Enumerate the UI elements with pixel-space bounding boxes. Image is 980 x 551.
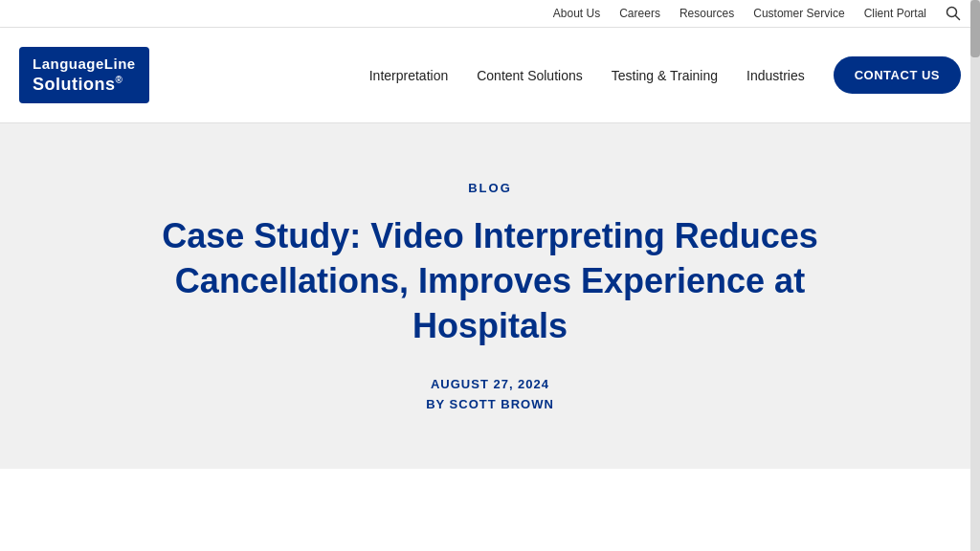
resources-link[interactable]: Resources	[679, 7, 734, 20]
nav-testing-training-link[interactable]: Testing & Training	[612, 68, 718, 83]
nav-item-contact[interactable]: CONTACT US	[834, 56, 961, 94]
search-icon	[946, 6, 961, 21]
nav-content-solutions-link[interactable]: Content Solutions	[477, 68, 583, 83]
utility-bar: About Us Careers Resources Customer Serv…	[0, 0, 980, 28]
logo: LanguageLine Solutions®	[19, 47, 149, 103]
careers-link[interactable]: Careers	[619, 7, 660, 20]
svg-line-1	[956, 16, 960, 20]
logo-container[interactable]: LanguageLine Solutions®	[19, 47, 149, 103]
blog-label: BLOG	[38, 181, 942, 195]
hero-section: BLOG Case Study: Video Interpreting Redu…	[0, 123, 980, 469]
hero-title: Case Study: Video Interpreting Reduces C…	[155, 214, 825, 348]
hero-date: AUGUST 27, 2024	[38, 377, 942, 391]
main-navigation: LanguageLine Solutions® Interpretation C…	[0, 28, 980, 123]
search-button[interactable]	[946, 6, 961, 21]
client-portal-link[interactable]: Client Portal	[864, 7, 926, 20]
nav-industries-link[interactable]: Industries	[746, 68, 805, 83]
hero-author: BY SCOTT BROWN	[38, 397, 942, 411]
logo-line1: LanguageLine	[33, 55, 136, 74]
scrollbar[interactable]	[970, 0, 980, 551]
about-us-link[interactable]: About Us	[553, 7, 600, 20]
nav-item-industries[interactable]: Industries	[746, 67, 805, 84]
nav-item-content-solutions[interactable]: Content Solutions	[477, 67, 583, 84]
nav-interpretation-link[interactable]: Interpretation	[369, 68, 449, 83]
scrollbar-thumb[interactable]	[970, 0, 980, 57]
content-area	[0, 469, 980, 551]
customer-service-link[interactable]: Customer Service	[753, 7, 844, 20]
contact-us-button[interactable]: CONTACT US	[834, 56, 961, 94]
nav-item-interpretation[interactable]: Interpretation	[369, 67, 449, 84]
nav-links-list: Interpretation Content Solutions Testing…	[369, 56, 961, 94]
logo-registered: ®	[116, 75, 123, 85]
logo-line2: Solutions®	[33, 74, 136, 96]
nav-item-testing-training[interactable]: Testing & Training	[612, 67, 718, 84]
